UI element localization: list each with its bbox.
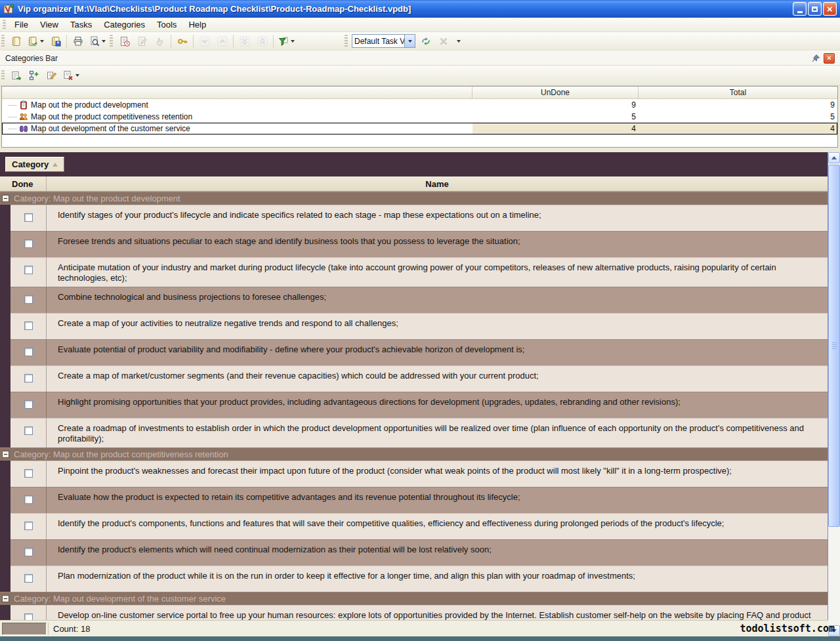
print-button[interactable] bbox=[70, 33, 86, 49]
delete-category-button[interactable] bbox=[61, 68, 81, 83]
task-row[interactable]: Create a roadmap of investments to estab… bbox=[10, 418, 828, 447]
edit-category-button[interactable] bbox=[43, 68, 60, 83]
task-row[interactable]: Combine technological and business proje… bbox=[10, 287, 828, 313]
task-row[interactable]: Evaluate potential of product variabilit… bbox=[10, 339, 828, 365]
task-row[interactable]: Identify the product's components, funct… bbox=[10, 513, 828, 539]
print-preview-button[interactable] bbox=[87, 33, 108, 49]
task-row[interactable]: Develop on-line customer service portal … bbox=[10, 605, 828, 620]
restore-button[interactable] bbox=[808, 2, 822, 16]
save-notebook-button[interactable] bbox=[47, 33, 64, 49]
task-checkbox[interactable] bbox=[24, 469, 33, 478]
task-done-cell bbox=[10, 366, 47, 392]
task-checkbox[interactable] bbox=[24, 574, 33, 583]
task-checkbox[interactable] bbox=[24, 239, 33, 248]
task-row[interactable]: Highlight promising opportunities that y… bbox=[10, 392, 828, 418]
task-checkbox[interactable] bbox=[24, 213, 33, 222]
group-header-row[interactable]: Category: Map out the product competitiv… bbox=[0, 447, 828, 461]
delete-view-button[interactable] bbox=[435, 33, 452, 49]
group-header-row[interactable]: Category: Map out development of the cus… bbox=[0, 592, 828, 605]
menu-grip bbox=[3, 20, 6, 30]
clipboard-icon bbox=[19, 100, 28, 110]
toolbar-overflow-button[interactable] bbox=[453, 33, 463, 49]
column-header-done[interactable]: Done bbox=[0, 176, 47, 191]
open-notebook-button[interactable] bbox=[26, 33, 46, 49]
move-to-bottom-icon bbox=[240, 36, 250, 47]
task-checkbox[interactable] bbox=[24, 495, 33, 504]
task-name: Identify stages of your product's lifecy… bbox=[47, 205, 828, 231]
new-subcategory-button[interactable] bbox=[26, 68, 42, 83]
menu-categories[interactable]: Categories bbox=[98, 18, 151, 31]
move-to-top-button[interactable] bbox=[254, 33, 270, 49]
category-row[interactable]: Map out the product competitiveness rete… bbox=[2, 111, 837, 123]
task-checkbox[interactable] bbox=[24, 374, 33, 383]
task-name: Evaluate how the product is expected to … bbox=[47, 487, 828, 513]
collapse-icon[interactable] bbox=[2, 595, 9, 602]
close-button[interactable]: × bbox=[823, 2, 837, 16]
column-header-undone[interactable]: UnDone bbox=[472, 87, 639, 98]
task-done-cell bbox=[10, 606, 47, 620]
move-to-bottom-button[interactable] bbox=[236, 33, 253, 49]
task-name: Create a map of your activities to neutr… bbox=[47, 314, 828, 339]
new-category-button[interactable] bbox=[8, 68, 24, 83]
scroll-up-button[interactable] bbox=[828, 152, 840, 163]
task-checkbox[interactable] bbox=[24, 613, 33, 620]
task-checkbox[interactable] bbox=[24, 400, 33, 409]
task-checkbox[interactable] bbox=[24, 321, 33, 330]
key-button[interactable] bbox=[174, 33, 190, 49]
task-checkbox[interactable] bbox=[24, 522, 33, 530]
toolbar-section: Default Task V bbox=[343, 33, 463, 49]
task-row[interactable]: Anticipate mutation of your industry and… bbox=[10, 257, 828, 287]
task-view-combobox[interactable]: Default Task V bbox=[352, 34, 415, 48]
collapse-icon[interactable] bbox=[2, 195, 9, 202]
column-header-category[interactable] bbox=[2, 87, 472, 98]
menu-view[interactable]: View bbox=[34, 18, 64, 31]
column-header-total[interactable]: Total bbox=[639, 87, 837, 98]
categories-bar-close-icon[interactable]: × bbox=[824, 53, 835, 64]
toolbar-separator bbox=[171, 35, 171, 48]
combobox-dropdown-icon[interactable] bbox=[404, 35, 415, 47]
task-checkbox[interactable] bbox=[24, 295, 33, 304]
category-row[interactable]: Map out development of the customer serv… bbox=[2, 123, 837, 134]
category-row[interactable]: Map out the product development99 bbox=[2, 99, 837, 111]
task-row[interactable]: Pinpoint the product's weaknesses and fo… bbox=[10, 461, 828, 487]
move-up-button[interactable] bbox=[214, 33, 230, 49]
group-by-label: Category bbox=[12, 159, 49, 169]
menu-file[interactable]: File bbox=[9, 18, 34, 31]
new-notebook-button[interactable] bbox=[8, 33, 24, 49]
task-checkbox[interactable] bbox=[24, 266, 33, 274]
pin-icon[interactable] bbox=[811, 54, 820, 63]
task-row[interactable]: Identify stages of your product's lifecy… bbox=[10, 205, 828, 231]
task-checkbox[interactable] bbox=[24, 348, 33, 356]
task-checkbox[interactable] bbox=[24, 548, 33, 556]
group-header-row[interactable]: Category: Map out the product developmen… bbox=[0, 192, 828, 205]
task-name: Highlight promising opportunities that y… bbox=[47, 392, 828, 418]
task-checkbox[interactable] bbox=[24, 426, 33, 435]
edit-task-button[interactable] bbox=[134, 33, 150, 49]
menu-help[interactable]: Help bbox=[182, 18, 212, 31]
move-down-button[interactable] bbox=[196, 33, 213, 49]
new-task-icon bbox=[119, 36, 130, 47]
new-task-button[interactable] bbox=[116, 33, 133, 49]
task-name: Create a roadmap of investments to estab… bbox=[47, 419, 828, 447]
task-row[interactable]: Plan modernization of the product while … bbox=[10, 566, 828, 592]
menu-tools[interactable]: Tools bbox=[151, 18, 182, 31]
apply-view-button[interactable] bbox=[417, 33, 434, 49]
group-by-band: Category bbox=[0, 152, 828, 176]
complete-task-button[interactable] bbox=[152, 33, 168, 49]
task-row[interactable]: Foresee trends and situations peculiar t… bbox=[10, 231, 828, 257]
menu-tasks[interactable]: Tasks bbox=[64, 18, 98, 31]
group-by-category-button[interactable]: Category bbox=[5, 157, 64, 172]
task-row[interactable]: Evaluate how the product is expected to … bbox=[10, 487, 828, 513]
toolbar-grip bbox=[1, 35, 5, 48]
task-row[interactable]: Create a map of market/customer segments… bbox=[10, 365, 828, 392]
task-row[interactable]: Create a map of your activities to neutr… bbox=[10, 313, 828, 339]
column-header-name[interactable]: Name bbox=[47, 176, 828, 191]
task-view-button[interactable] bbox=[276, 33, 297, 49]
vertical-scrollbar[interactable] bbox=[828, 152, 840, 636]
print-icon bbox=[73, 36, 83, 47]
minimize-button[interactable] bbox=[793, 2, 807, 16]
scrollbar-thumb[interactable] bbox=[828, 165, 840, 527]
status-bar: Count: 18 bbox=[0, 620, 828, 636]
collapse-icon[interactable] bbox=[2, 451, 9, 458]
task-row[interactable]: Identify the product's elements which wi… bbox=[10, 539, 828, 566]
